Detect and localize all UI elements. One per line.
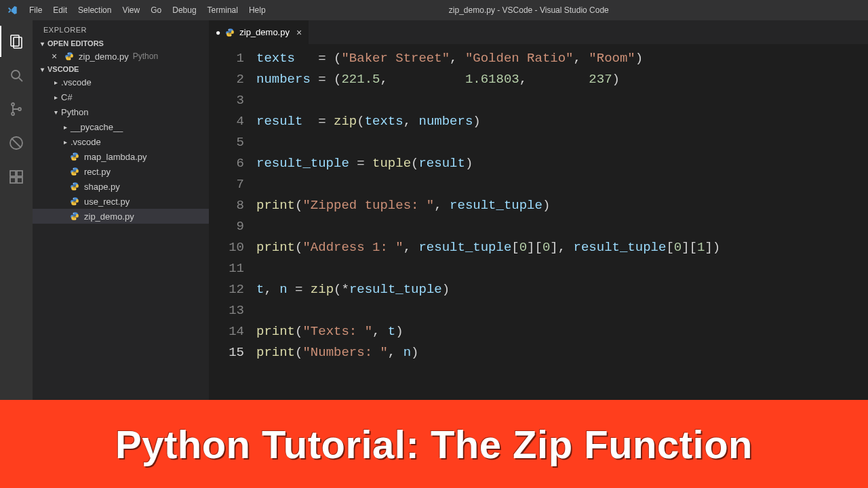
file-item[interactable]: map_lambda.py [33,149,209,164]
line-number: 14 [209,321,244,342]
folder-item[interactable]: ▸.vscode [33,134,209,149]
folder-item[interactable]: ▸.vscode [33,75,209,89]
menu-edit[interactable]: Edit [47,0,73,20]
code-line[interactable]: print("Numbers: ", n) [256,342,868,363]
folder-item[interactable]: ▸__pycache__ [33,119,209,134]
folder-item[interactable]: ▾Python [33,104,209,119]
svg-point-15 [73,153,74,154]
activity-git-icon[interactable] [0,94,33,125]
svg-point-20 [75,189,76,190]
chevron-down-icon: ▾ [38,40,46,47]
line-number: 9 [209,216,244,237]
vscode-logo-icon [0,5,24,16]
editor-area: ● zip_demo.py × 123456789101112131415 te… [209,20,868,400]
banner-title: Python Tutorial: The Zip Function [115,422,753,467]
line-number: 6 [209,153,244,174]
modified-dot-icon: ● [216,28,220,37]
svg-point-18 [75,174,76,175]
svg-point-13 [68,53,68,54]
activity-bar [0,20,33,400]
file-item[interactable]: use_rect.py [33,194,209,209]
menu-bar: FileEditSelectionViewGoDebugTerminalHelp [24,0,271,20]
close-icon[interactable]: × [296,27,302,38]
menu-file[interactable]: File [24,0,47,20]
svg-point-4 [12,103,14,106]
python-file-icon [69,181,80,192]
file-item[interactable]: zip_demo.py [33,209,209,224]
svg-point-22 [75,204,76,205]
open-editors-list: ×zip_demo.pyPython [33,49,209,64]
svg-point-25 [229,29,229,30]
code-line[interactable]: print("Zipped tuples: ", result_tuple) [256,195,868,216]
activity-search-icon[interactable] [0,60,33,91]
code-line[interactable] [256,216,868,237]
folder-name: __pycache__ [71,122,123,132]
activity-debug-icon[interactable] [0,127,33,159]
folder-name: .vscode [61,77,92,87]
tab-label: zip_demo.py [239,27,290,37]
menu-go[interactable]: Go [145,0,167,20]
code-line[interactable] [256,300,868,321]
chevron-right-icon: ▸ [52,94,60,101]
line-number: 15 [209,342,244,363]
titlebar: FileEditSelectionViewGoDebugTerminalHelp… [0,0,868,20]
file-name: use_rect.py [84,197,130,207]
code-line[interactable]: texts = ("Baker Street", "Golden Ratio",… [256,48,868,69]
open-editors-header[interactable]: ▾ Open Editors [33,38,209,49]
python-file-icon [64,51,75,62]
menu-view[interactable]: View [117,0,145,20]
code-line[interactable]: print("Address 1: ", result_tuple[0][0],… [256,237,868,258]
code-line[interactable] [256,132,868,153]
close-icon[interactable]: × [52,51,61,62]
menu-terminal[interactable]: Terminal [202,0,243,20]
svg-point-23 [73,213,74,214]
line-number: 1 [209,48,244,69]
python-file-icon [224,27,235,38]
menu-selection[interactable]: Selection [73,0,117,20]
svg-point-16 [75,159,76,160]
svg-point-6 [18,108,21,110]
activity-extensions-icon[interactable] [0,161,33,192]
svg-point-17 [73,168,74,169]
open-editor-item[interactable]: ×zip_demo.pyPython [33,49,209,64]
tab-zip-demo[interactable]: ● zip_demo.py × [209,20,309,44]
line-number: 11 [209,258,244,279]
code-line[interactable]: result_tuple = tuple(result) [256,153,868,174]
code-line[interactable]: print("Texts: ", t) [256,321,868,342]
svg-line-3 [19,78,22,81]
code-line[interactable]: numbers = (221.5, 1.61803, 237) [256,69,868,90]
file-name: rect.py [84,167,111,177]
svg-rect-10 [17,171,22,176]
code-line[interactable] [256,90,868,111]
chevron-right-icon: ▸ [61,123,69,131]
svg-rect-12 [17,178,22,183]
menu-debug[interactable]: Debug [167,0,201,20]
python-file-icon [69,211,80,222]
svg-rect-11 [10,178,16,183]
chevron-right-icon: ▸ [61,138,69,146]
tutorial-banner: Python Tutorial: The Zip Function [0,400,868,488]
chevron-right-icon: ▸ [52,79,60,86]
chevron-down-icon: ▾ [38,66,46,73]
activity-explorer-icon[interactable] [0,26,33,57]
explorer-title: Explorer [33,20,209,38]
line-number: 10 [209,237,244,258]
code-line[interactable]: t, n = zip(*result_tuple) [256,279,868,300]
file-item[interactable]: rect.py [33,164,209,179]
file-name: shape.py [84,182,120,192]
menu-help[interactable]: Help [243,0,271,20]
workspace-header[interactable]: ▾ VSCode [33,64,209,75]
file-name: zip_demo.py [84,211,134,222]
code-line[interactable] [256,258,868,279]
svg-point-24 [75,219,76,220]
code-content[interactable]: texts = ("Baker Street", "Golden Ratio",… [256,44,868,400]
code-line[interactable] [256,174,868,195]
svg-point-21 [73,198,74,199]
file-item[interactable]: shape.py [33,179,209,194]
line-number: 4 [209,111,244,132]
code-line[interactable]: result = zip(texts, numbers) [256,111,868,132]
file-lang: Python [133,52,158,61]
folder-item[interactable]: ▸C# [33,89,209,104]
code-editor[interactable]: 123456789101112131415 texts = ("Baker St… [209,44,868,400]
line-number: 7 [209,174,244,195]
